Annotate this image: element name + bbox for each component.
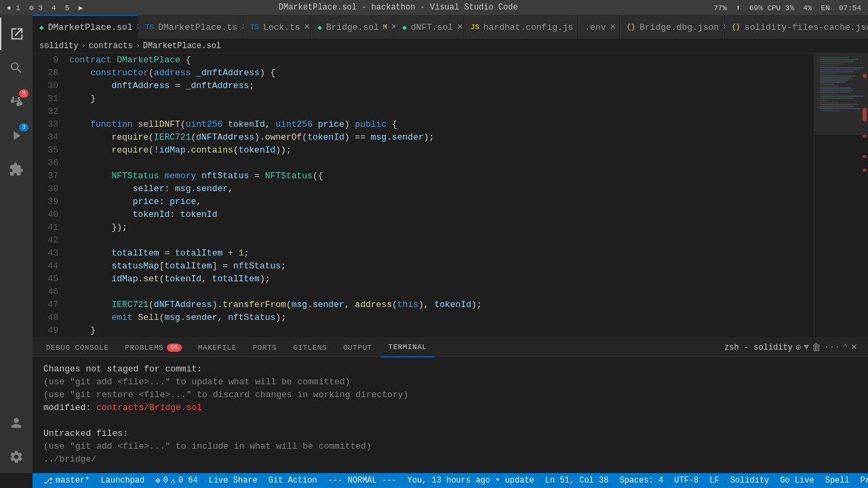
- git-branch-icon: ⎇: [43, 476, 53, 486]
- status-language[interactable]: Solidity: [725, 473, 775, 488]
- terminal-dropdown-icon[interactable]: ▼: [804, 342, 809, 352]
- activity-source-control[interactable]: 3: [0, 85, 33, 118]
- panel-tab-output[interactable]: OUTPUT: [335, 338, 380, 357]
- tab-env[interactable]: .env ×: [578, 15, 620, 39]
- minimap[interactable]: [814, 54, 868, 338]
- code-line-48: emit Sell(msg.sender, nftStatus);: [69, 311, 814, 324]
- activity-accounts[interactable]: [0, 407, 33, 439]
- tab-dmarketplacets[interactable]: TS DMarketPlace.ts ×: [138, 15, 243, 39]
- terminal-name: zsh - solidity: [724, 343, 793, 352]
- tab-bridgedbg[interactable]: {} Bridge.dbg.json ×: [620, 15, 725, 39]
- code-line-43: totalItem = totalItem + 1;: [69, 247, 814, 260]
- status-branch[interactable]: ⎇ master*: [38, 473, 95, 488]
- terminal-more-icon[interactable]: ···: [824, 342, 840, 352]
- tab-dnft[interactable]: ◆ dNFT.sol ×: [395, 15, 463, 39]
- breadcrumb-sep-2: ›: [136, 41, 140, 51]
- tab-lock[interactable]: TS Lock.ts ×: [243, 15, 311, 39]
- code-line-28: constructor(address _dnftAddress) {: [69, 66, 814, 79]
- tab-close-dnft[interactable]: ×: [457, 22, 462, 33]
- status-liveshare-label: Live Share: [209, 476, 258, 485]
- status-liveshare[interactable]: Live Share: [203, 473, 263, 488]
- terminal-close-icon[interactable]: ×: [850, 342, 857, 354]
- panel-tab-ports[interactable]: PORTS: [245, 338, 285, 357]
- terminal-line-7: (use "git add <file>..." to include in w…: [43, 440, 857, 453]
- breadcrumb: solidity › contracts › DMarketPlace.sol: [33, 39, 868, 54]
- code-area: 9 28 30 31 32 33 34 35 36 37 38 39 40 41: [33, 54, 814, 338]
- terminal-line-9: [43, 466, 857, 473]
- panel: DEBUG CONSOLE PROBLEMS55 MAKEFILE PORTS …: [33, 338, 868, 473]
- status-go-live[interactable]: Go Live: [774, 473, 819, 488]
- status-blame[interactable]: You, 13 hours ago • update: [402, 473, 540, 488]
- activity-search[interactable]: [0, 52, 33, 84]
- activity-settings[interactable]: [0, 441, 33, 473]
- terminal-line-4: modified: contracts/Bridge.sol: [43, 401, 857, 414]
- status-prettier[interactable]: Prettier: [855, 473, 868, 488]
- main-layout: ◆ DMarketPlace.sol × TS DMarketPlace.ts …: [33, 15, 868, 473]
- terminal-trash-icon[interactable]: 🗑: [812, 342, 821, 353]
- code-line-35: require(!idMap.contains(tokenId));: [69, 144, 814, 157]
- status-normal-label: --- NORMAL ---: [328, 476, 397, 485]
- status-line-ending[interactable]: LF: [704, 473, 724, 488]
- status-git-action[interactable]: Git Action: [263, 473, 323, 488]
- status-launchpad[interactable]: Launchpad: [95, 473, 150, 488]
- terminal-content[interactable]: Changes not staged for commit: (use "git…: [33, 357, 868, 473]
- panel-tab-debug-console[interactable]: DEBUG CONSOLE: [38, 338, 117, 357]
- status-normal[interactable]: --- NORMAL ---: [323, 473, 402, 488]
- status-ln-col[interactable]: Ln 51, Col 38: [540, 473, 614, 488]
- breadcrumb-part-1[interactable]: solidity: [39, 41, 79, 51]
- run-debug-badge: 3: [19, 123, 28, 131]
- code-line-33: function sellDNFT(uint256 tokenId, uint2…: [69, 118, 814, 131]
- status-spell[interactable]: Spell: [820, 473, 855, 488]
- terminal-split-icon[interactable]: ⊕: [795, 342, 801, 353]
- code-line-36: [69, 157, 814, 169]
- status-language-text: Solidity: [730, 476, 770, 485]
- code-editor[interactable]: 9 28 30 31 32 33 34 35 36 37 38 39 40 41: [33, 54, 814, 338]
- tab-label-lock: Lock.ts: [263, 22, 300, 33]
- tab-label-hardhat: hardhat.config.js: [484, 22, 574, 33]
- tab-label-bridge: Bridge.sol: [326, 22, 379, 33]
- code-line-42: [69, 234, 814, 247]
- code-line-9: contract DMarketPlace {: [69, 54, 814, 66]
- code-line-37: NFTStatus memory nftStatus = NFTStatus({: [69, 169, 814, 182]
- code-line-31: }: [69, 92, 814, 105]
- code-line-39: price: price,: [69, 195, 814, 208]
- tab-close-lock[interactable]: ×: [304, 22, 310, 33]
- problems-badge: 55: [167, 344, 182, 352]
- status-spaces[interactable]: Spaces: 4: [614, 473, 669, 488]
- warning-icon: ⚠: [171, 476, 176, 486]
- breadcrumb-part-2[interactable]: contracts: [89, 41, 133, 51]
- code-content[interactable]: contract DMarketPlace { constructor(addr…: [66, 54, 814, 338]
- activity-run-debug[interactable]: 3: [0, 119, 33, 152]
- status-git-action-label: Git Action: [269, 476, 317, 485]
- panel-tab-gitlens[interactable]: GITLENS: [285, 338, 335, 357]
- panel-tabs: DEBUG CONSOLE PROBLEMS55 MAKEFILE PORTS …: [33, 338, 868, 357]
- status-encoding-text: UTF-8: [674, 476, 698, 485]
- code-line-47: IERC721(dNFTAddress).transferFrom(msg.se…: [69, 298, 814, 311]
- terminal-line-1: Changes not staged for commit:: [43, 363, 857, 375]
- terminal-line-2: (use "git add <file>..." to update what …: [43, 375, 857, 388]
- status-errors[interactable]: ⊗ 0 ⚠ 0 64: [150, 473, 203, 488]
- status-encoding[interactable]: UTF-8: [669, 473, 704, 488]
- editor-container: 9 28 30 31 32 33 34 35 36 37 38 39 40 41: [33, 54, 868, 338]
- tab-hardhat[interactable]: JS hardhat.config.js ×: [464, 15, 578, 39]
- tabs-bar: ◆ DMarketPlace.sol × TS DMarketPlace.ts …: [33, 15, 868, 39]
- panel-tab-problems[interactable]: PROBLEMS55: [117, 338, 190, 357]
- terminal-line-5: [43, 414, 857, 427]
- status-launchpad-label: Launchpad: [100, 476, 144, 485]
- activity-explorer[interactable]: [0, 18, 33, 50]
- code-line-30: dnftAddress = _dnftAddress;: [69, 79, 814, 92]
- tab-dmarketplace[interactable]: ◆ DMarketPlace.sol ×: [33, 15, 138, 39]
- panel-tab-makefile[interactable]: MAKEFILE: [190, 338, 245, 357]
- status-warning-count: 0 64: [178, 476, 198, 485]
- tab-close-env[interactable]: ×: [610, 22, 616, 33]
- titlebar-left: ● 1 ⚙ 3 4 5 ▶: [7, 3, 83, 12]
- tab-bridge[interactable]: ◆ Bridge.sol M ×: [311, 15, 395, 39]
- error-icon: ⊗: [155, 476, 160, 486]
- breadcrumb-part-3[interactable]: DMarketPlace.sol: [143, 41, 221, 51]
- terminal-maximize-icon[interactable]: ⌃: [843, 342, 848, 353]
- status-ln-col-text: Ln 51, Col 38: [545, 476, 609, 485]
- code-line-46: [69, 285, 814, 298]
- panel-tab-terminal[interactable]: TERMINAL: [380, 338, 435, 357]
- tab-solidityfiles[interactable]: {} solidity-files-cache.json: [725, 15, 868, 39]
- activity-extensions[interactable]: [0, 153, 33, 186]
